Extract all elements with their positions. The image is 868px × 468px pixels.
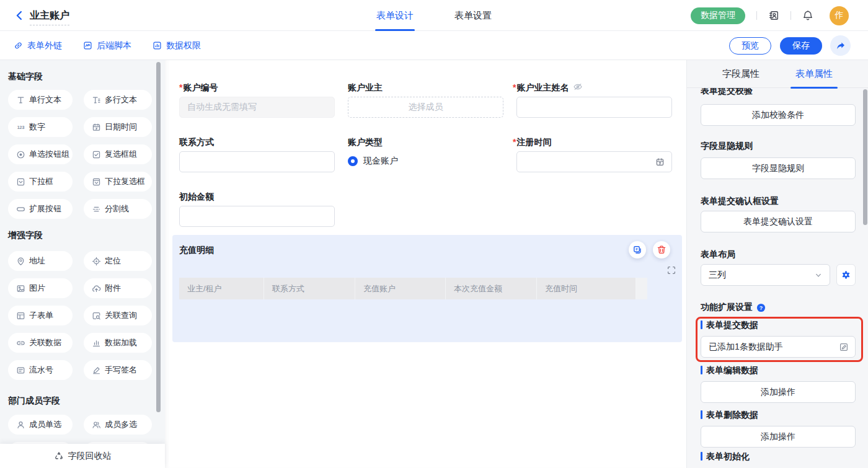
- data-load-icon: [92, 338, 101, 348]
- sidebar-item-datetime[interactable]: 日期时间: [84, 117, 152, 137]
- dropdown-multi-icon: [92, 177, 101, 187]
- top-header: 业主账户 表单设计 表单设置 数据管理 作: [0, 0, 868, 31]
- sidebar-item-member-multi[interactable]: 成员多选: [84, 415, 152, 435]
- attachment-icon: [92, 284, 101, 293]
- members-icon: [92, 420, 101, 430]
- sidebar-item-subform[interactable]: 子表单: [8, 306, 73, 325]
- number-icon: [16, 123, 25, 132]
- delete-button[interactable]: [653, 241, 670, 258]
- related-query-icon: [92, 311, 101, 320]
- extension-settings-title: 功能扩展设置: [701, 302, 766, 313]
- panel-tabs: 字段属性 表单属性: [687, 60, 868, 88]
- radio-icon-selected: [348, 156, 358, 166]
- sidebar-item-single-text[interactable]: 单行文本: [8, 90, 73, 110]
- bell-icon[interactable]: [802, 10, 813, 21]
- sidebar-item-radio-group[interactable]: 单选按钮组: [8, 144, 73, 164]
- script-icon: [83, 41, 92, 50]
- data-manage-button[interactable]: 数据管理: [691, 7, 745, 24]
- expand-icon[interactable]: [666, 265, 676, 275]
- map-pin-icon: [16, 257, 25, 266]
- divider: [790, 11, 791, 20]
- sidebar-item-dropdown[interactable]: 下拉框: [8, 172, 73, 192]
- layout-settings-button[interactable]: [836, 264, 856, 286]
- location-icon: [92, 257, 101, 266]
- add-delete-action-button[interactable]: 添加操作: [701, 426, 856, 448]
- field-visibility-button[interactable]: 字段显隐规则: [701, 157, 856, 179]
- submit-data-value[interactable]: 已添加1条数据助手: [701, 336, 856, 358]
- calendar-icon: [92, 123, 101, 132]
- column-header: 本次充值金额: [446, 278, 537, 299]
- trash-icon: [657, 245, 666, 255]
- sidebar-item-signature[interactable]: 手写签名: [84, 360, 152, 380]
- input-owner-name[interactable]: [516, 97, 672, 118]
- field-label-account-no: 账户编号: [179, 82, 218, 92]
- avatar[interactable]: 作: [830, 6, 849, 25]
- subform-recharge-detail[interactable]: 充值明细 业主/租户 联系方式 充值账户 本次充值金额 充值时间: [172, 235, 682, 342]
- add-edit-action-button[interactable]: 添加操作: [701, 381, 856, 403]
- question-icon[interactable]: [756, 303, 766, 312]
- radio-cash-account[interactable]: 现金账户: [348, 156, 398, 167]
- divider: [756, 11, 757, 20]
- save-button[interactable]: 保存: [780, 37, 822, 55]
- sidebar-scrollbar[interactable]: [156, 62, 161, 412]
- add-validation-button[interactable]: 添加校验条件: [701, 104, 856, 126]
- label-form-init: 表单初始化: [701, 451, 750, 461]
- column-header: 充值账户: [355, 278, 446, 299]
- field-recycle-bin[interactable]: 字段回收站: [0, 444, 165, 468]
- form-external-link[interactable]: 表单外链: [14, 40, 62, 51]
- share-button[interactable]: [830, 35, 851, 56]
- input-account-no[interactable]: 自动生成无需填写: [179, 97, 335, 118]
- button-icon: [16, 205, 25, 214]
- layout-select[interactable]: 三列: [701, 264, 830, 286]
- label-form-layout: 表单布局: [701, 248, 735, 260]
- tab-form-settings[interactable]: 表单设置: [454, 0, 492, 31]
- sidebar-item-member-single[interactable]: 成员单选: [8, 415, 73, 435]
- input-contact[interactable]: [179, 151, 335, 172]
- copy-button[interactable]: [629, 241, 646, 258]
- sidebar-item-divider[interactable]: 分割线: [84, 199, 152, 219]
- input-owner[interactable]: 选择成员: [348, 97, 503, 118]
- sidebar-item-multi-text[interactable]: 多行文本: [84, 90, 152, 110]
- contacts-icon[interactable]: [768, 10, 779, 21]
- divider-icon: [92, 205, 101, 214]
- label-form-edit-data: 表单编辑数据: [701, 365, 758, 375]
- backend-script[interactable]: 后端脚本: [83, 40, 131, 51]
- sidebar-item-location[interactable]: 定位: [84, 251, 152, 271]
- tab-form-design[interactable]: 表单设计: [376, 0, 414, 31]
- dropdown-icon: [16, 177, 25, 187]
- panel-scrollbar[interactable]: [863, 89, 867, 225]
- field-label-owner-name: 账户业主姓名: [513, 82, 569, 92]
- sidebar-item-data-load[interactable]: 数据加载: [84, 333, 152, 353]
- sidebar-item-serial-number[interactable]: 流水号: [8, 360, 73, 380]
- textarea-icon: [92, 95, 101, 105]
- sidebar-item-attachment[interactable]: 附件: [84, 278, 152, 298]
- sidebar-item-address[interactable]: 地址: [8, 251, 73, 271]
- data-permission[interactable]: 数据权限: [153, 40, 201, 51]
- input-register-time[interactable]: [516, 151, 672, 172]
- submit-confirm-button[interactable]: 表单提交确认设置: [701, 211, 856, 232]
- section-title-basic: 基础字段: [8, 71, 157, 81]
- copy-icon: [632, 245, 642, 255]
- field-label-owner: 账户业主: [348, 82, 383, 92]
- tab-form-properties[interactable]: 表单属性: [795, 60, 833, 88]
- radio-icon: [16, 150, 25, 159]
- sidebar-item-number[interactable]: 数字: [8, 117, 73, 137]
- edit-icon[interactable]: [839, 342, 849, 352]
- recycle-icon: [54, 451, 64, 461]
- section-title-member: 部门成员字段: [8, 395, 157, 405]
- label-submit-confirm: 表单提交确认框设置: [701, 195, 779, 207]
- sidebar-item-dropdown-multi[interactable]: 下拉复选框: [84, 172, 152, 192]
- sidebar-item-extend-button[interactable]: 扩展按钮: [8, 199, 73, 219]
- tab-field-properties[interactable]: 字段属性: [722, 60, 760, 88]
- subform-title: 充值明细: [179, 245, 214, 256]
- sidebar-item-related-data[interactable]: 关联数据: [8, 333, 73, 353]
- sidebar-item-image[interactable]: 图片: [8, 278, 73, 298]
- subform-icon: [16, 311, 25, 320]
- column-header: 充值时间: [537, 278, 636, 299]
- calendar-icon: [655, 157, 665, 167]
- preview-button[interactable]: 预览: [729, 37, 771, 55]
- eye-off-icon: [573, 82, 583, 92]
- sidebar-item-related-query[interactable]: 关联查询: [84, 306, 152, 325]
- sidebar-item-checkbox-group[interactable]: 复选框组: [84, 144, 152, 164]
- input-initial-amount[interactable]: [179, 206, 335, 227]
